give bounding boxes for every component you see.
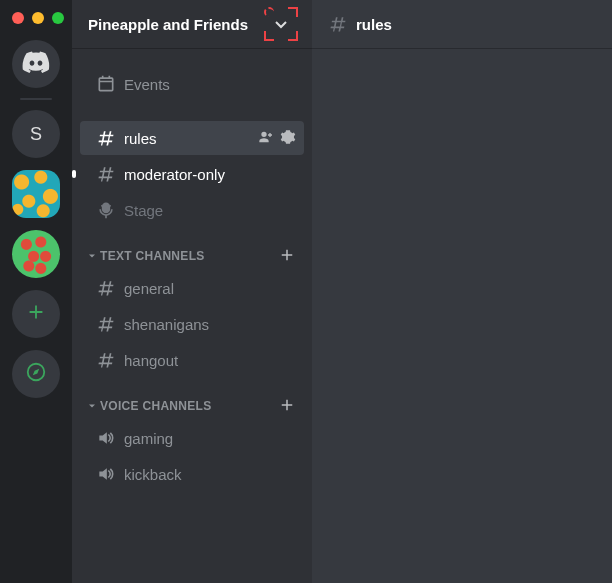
hash-icon (96, 314, 116, 334)
channel-title: rules (356, 16, 392, 33)
gear-icon[interactable] (280, 129, 296, 148)
app-root: S Pineapple and Friends Events (0, 0, 612, 583)
hash-icon (328, 14, 348, 34)
channel-label: Stage (124, 202, 296, 219)
server-avatar-fruit[interactable] (12, 230, 60, 278)
compass-icon (25, 361, 47, 387)
close-window-icon[interactable] (12, 12, 24, 24)
channel-general[interactable]: general (80, 271, 304, 305)
create-channel-button[interactable] (278, 396, 296, 417)
server-menu-button[interactable] (266, 9, 296, 39)
speaker-icon (96, 464, 116, 484)
window-traffic-lights (0, 6, 72, 34)
hash-icon (96, 164, 116, 184)
caret-down-icon (86, 250, 98, 262)
channel-label: moderator-only (124, 166, 296, 183)
hash-icon (96, 278, 116, 298)
category-title: VOICE CHANNELS (100, 399, 278, 413)
hash-icon (96, 128, 116, 148)
channel-kickback[interactable]: kickback (80, 457, 304, 491)
channel-shenanigans[interactable]: shenanigans (80, 307, 304, 341)
channel-label: shenanigans (124, 316, 296, 333)
channel-moderator-only[interactable]: moderator-only (80, 157, 304, 191)
plus-icon (25, 301, 47, 327)
main-area: rules (312, 0, 612, 583)
channel-actions (258, 129, 296, 148)
message-area[interactable] (312, 48, 612, 583)
channel-rules[interactable]: rules (80, 121, 304, 155)
category-title: TEXT CHANNELS (100, 249, 278, 263)
events-row[interactable]: Events (80, 67, 304, 101)
add-server-button[interactable] (12, 290, 60, 338)
server-header[interactable]: Pineapple and Friends (72, 0, 312, 48)
stage-icon (96, 200, 116, 220)
fullscreen-window-icon[interactable] (52, 12, 64, 24)
server-avatar-pineapple[interactable] (12, 170, 60, 218)
channel-sidebar: Pineapple and Friends Events rules (72, 0, 312, 583)
server-initial: S (30, 124, 42, 145)
caret-down-icon (86, 400, 98, 412)
channel-label: general (124, 280, 296, 297)
invite-icon[interactable] (258, 129, 274, 148)
channel-label: kickback (124, 466, 296, 483)
channel-hangout[interactable]: hangout (80, 343, 304, 377)
minimize-window-icon[interactable] (32, 12, 44, 24)
events-label: Events (124, 76, 296, 93)
speaker-icon (96, 428, 116, 448)
server-avatar-letter[interactable]: S (12, 110, 60, 158)
create-channel-button[interactable] (278, 246, 296, 267)
home-button[interactable] (12, 40, 60, 88)
channel-header: rules (312, 0, 612, 48)
discord-logo-icon (22, 51, 50, 78)
server-rail: S (0, 0, 72, 583)
calendar-icon (96, 74, 116, 94)
channel-label: rules (124, 130, 250, 147)
category-text-channels[interactable]: TEXT CHANNELS (80, 244, 304, 268)
category-voice-channels[interactable]: VOICE CHANNELS (80, 394, 304, 418)
channel-label: gaming (124, 430, 296, 447)
explore-servers-button[interactable] (12, 350, 60, 398)
server-name: Pineapple and Friends (88, 16, 266, 33)
chevron-down-icon (272, 15, 290, 33)
rail-separator (20, 98, 52, 100)
hash-icon (96, 350, 116, 370)
channel-stage[interactable]: Stage (80, 193, 304, 227)
channel-label: hangout (124, 352, 296, 369)
channel-gaming[interactable]: gaming (80, 421, 304, 455)
